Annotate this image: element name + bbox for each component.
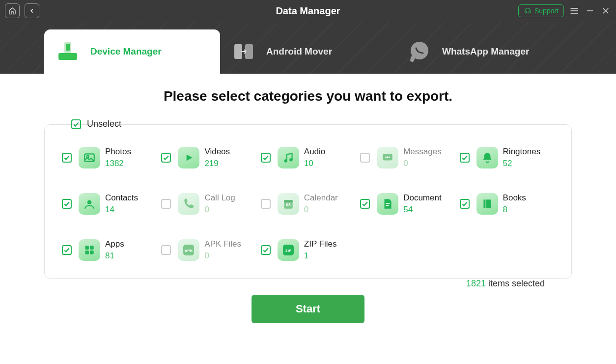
category-apps: Apps81 [62,239,156,261]
tab-device-manager[interactable]: Device Manager [44,29,220,74]
unselect-all-checkbox[interactable] [71,119,81,129]
videos-icon [178,147,199,168]
category-label: Videos [204,147,230,157]
category-ringtones: Ringtones52 [460,147,554,168]
category-label: APK Files [204,239,241,249]
svg-point-19 [387,157,389,158]
category-label: Books [503,193,526,203]
category-document: Document54 [360,193,454,215]
svg-text:ZIP: ZIP [285,249,292,253]
svg-rect-30 [85,251,89,254]
back-button[interactable] [25,3,39,18]
svg-point-18 [386,157,387,158]
checkbox-zipfiles[interactable] [261,245,271,255]
ringtones-icon [476,147,498,168]
category-label: Audio [304,147,325,157]
checkbox-audio[interactable] [261,153,271,163]
category-contacts: Contacts14 [62,193,156,215]
window-title: Data Manager [276,5,340,17]
category-count: 0 [204,205,235,215]
main-content: Please select categories you want to exp… [0,74,616,333]
categories-grid: Photos1382Videos219Audio10Messages0Ringt… [62,147,554,261]
category-count: 54 [403,205,441,215]
titlebar: Data Manager Support [0,0,616,22]
tab-label: Android Mover [266,46,332,57]
device-manager-icon [54,38,82,65]
category-text: Apps81 [105,239,124,261]
checkbox-messages[interactable] [360,153,370,163]
home-icon [8,7,16,15]
tab-whatsapp-manager[interactable]: WhatsApp Manager [396,29,572,74]
svg-rect-29 [90,246,94,250]
category-text: Calendar0 [304,193,338,215]
category-label: Photos [105,147,131,157]
checkbox-books[interactable] [460,199,470,209]
menu-icon [569,6,579,16]
category-videos: Videos219 [161,147,255,168]
svg-text:03: 03 [286,202,291,207]
tab-android-mover[interactable]: Android Mover [220,29,396,74]
checkbox-contacts[interactable] [62,199,72,209]
category-label: Messages [403,147,441,157]
apps-icon [79,239,100,261]
category-label: Calendar [304,193,338,203]
apkfiles-icon: APK [178,239,199,261]
category-books: Books8 [460,193,554,215]
svg-rect-23 [284,200,292,202]
checkbox-photos[interactable] [62,153,72,163]
category-text: Call Log0 [204,193,235,215]
svg-rect-31 [90,251,94,254]
category-label: Contacts [105,193,138,203]
svg-rect-9 [234,44,242,59]
checkbox-document[interactable] [360,199,370,209]
category-messages: Messages0 [360,147,454,168]
checkbox-apps[interactable] [62,245,72,255]
svg-point-16 [290,159,292,161]
tab-label: Device Manager [90,46,162,57]
categories-box: Photos1382Videos219Audio10Messages0Ringt… [44,124,572,279]
start-wrap: Start [44,295,572,323]
checkbox-ringtones[interactable] [460,153,470,163]
category-audio: Audio10 [261,147,355,168]
svg-rect-8 [66,44,70,51]
tabs-strip: Device Manager Android Mover WhatsApp Ma… [0,22,616,74]
category-count: 0 [204,251,241,261]
category-label: Call Log [204,193,235,203]
category-calendar: 03Calendar0 [261,193,355,215]
minimize-button[interactable] [585,5,595,16]
checkbox-calendar[interactable] [261,199,271,209]
calllog-icon [178,193,199,215]
close-icon [601,6,610,15]
close-button[interactable] [600,5,611,16]
start-button[interactable]: Start [252,295,364,323]
books-icon [476,193,498,215]
contacts-icon [79,193,100,215]
checkbox-apkfiles[interactable] [161,245,171,255]
category-count: 0 [403,159,441,168]
svg-rect-27 [485,199,486,208]
audio-icon [278,147,299,168]
category-count: 8 [503,205,526,215]
category-count: 1382 [105,159,131,168]
svg-text:APK: APK [185,249,193,253]
svg-point-20 [389,157,390,158]
category-text: Messages0 [403,147,441,168]
category-text: ZIP Files1 [304,239,337,261]
svg-point-15 [284,160,286,162]
category-zipfiles: ZIPZIP Files1 [261,239,355,261]
support-button[interactable]: Support [518,4,564,17]
unselect-label: Unselect [87,119,121,129]
category-text: Books8 [503,193,526,215]
calendar-icon: 03 [278,193,299,215]
checkbox-calllog[interactable] [161,199,171,209]
category-label: ZIP Files [304,239,337,249]
zipfiles-icon: ZIP [278,239,299,261]
category-text: Audio10 [304,147,325,168]
menu-button[interactable] [569,5,580,16]
svg-rect-28 [85,246,89,250]
checkbox-videos[interactable] [161,153,171,163]
category-count: 10 [304,159,325,168]
svg-rect-10 [245,44,253,59]
home-button[interactable] [5,3,20,18]
category-label: Ringtones [503,147,541,157]
